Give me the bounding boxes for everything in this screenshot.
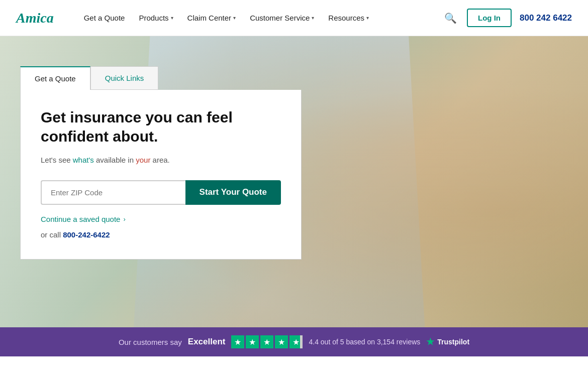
hero-section: Get a Quote Quick Links Get insurance yo… (0, 36, 588, 327)
card-subtext: Let's see what's available in your area. (41, 155, 281, 166)
trustpilot-star-icon: ★ (426, 336, 434, 347)
nav-customer-service[interactable]: Customer Service ▾ (244, 10, 320, 26)
call-phone-link[interactable]: 800-242-6422 (63, 230, 110, 239)
trust-bar: Our customers say Excellent ★ ★ ★ ★ ★ 4.… (0, 327, 588, 356)
login-button[interactable]: Log In (467, 9, 512, 27)
logo[interactable]: Amica (16, 10, 54, 26)
header-actions: 🔍 Log In 800 242 6422 (442, 9, 572, 27)
nav-claim-center[interactable]: Claim Center ▾ (181, 10, 242, 26)
main-nav: Get a Quote Products ▾ Claim Center ▾ Cu… (78, 10, 442, 26)
star-2: ★ (246, 335, 259, 348)
header-phone[interactable]: 800 242 6422 (520, 13, 572, 23)
nav-resources[interactable]: Resources ▾ (322, 10, 375, 26)
chevron-down-icon: ▾ (233, 15, 236, 21)
zip-input[interactable] (41, 180, 185, 205)
trust-prefix: Our customers say (119, 338, 182, 346)
chevron-down-icon: ▾ (312, 15, 314, 21)
quote-form: Start Your Quote (41, 180, 281, 205)
quote-card: Get a Quote Quick Links Get insurance yo… (20, 66, 302, 260)
tab-get-a-quote[interactable]: Get a Quote (20, 66, 90, 90)
star-5: ★ (289, 335, 303, 348)
card-headline: Get insurance you can feel confident abo… (41, 108, 281, 146)
star-3: ★ (260, 335, 273, 348)
tab-quick-links[interactable]: Quick Links (90, 66, 159, 90)
call-text: or call 800-242-6422 (41, 230, 281, 239)
arrow-right-icon: › (123, 215, 125, 223)
search-button[interactable]: 🔍 (442, 10, 459, 26)
trust-rating-label: Excellent (188, 337, 226, 347)
trustpilot-logo[interactable]: ★ Trustpilot (426, 336, 469, 347)
card-body: Get insurance you can feel confident abo… (20, 90, 302, 260)
star-4: ★ (275, 335, 288, 348)
search-icon: 🔍 (444, 13, 457, 24)
chevron-down-icon: ▾ (171, 15, 173, 21)
header: Amica Get a Quote Products ▾ Claim Cente… (0, 0, 588, 36)
nav-get-a-quote[interactable]: Get a Quote (78, 10, 131, 26)
start-quote-button[interactable]: Start Your Quote (185, 180, 281, 205)
chevron-down-icon: ▾ (366, 15, 369, 21)
nav-products[interactable]: Products ▾ (133, 10, 179, 26)
trust-stars: ★ ★ ★ ★ ★ (231, 335, 303, 348)
star-1: ★ (231, 335, 244, 348)
trust-rating-value: 4.4 out of 5 based on 3,154 reviews (309, 338, 420, 346)
saved-quote-link[interactable]: Continue a saved quote › (41, 215, 281, 223)
card-tabs: Get a Quote Quick Links (20, 66, 302, 90)
